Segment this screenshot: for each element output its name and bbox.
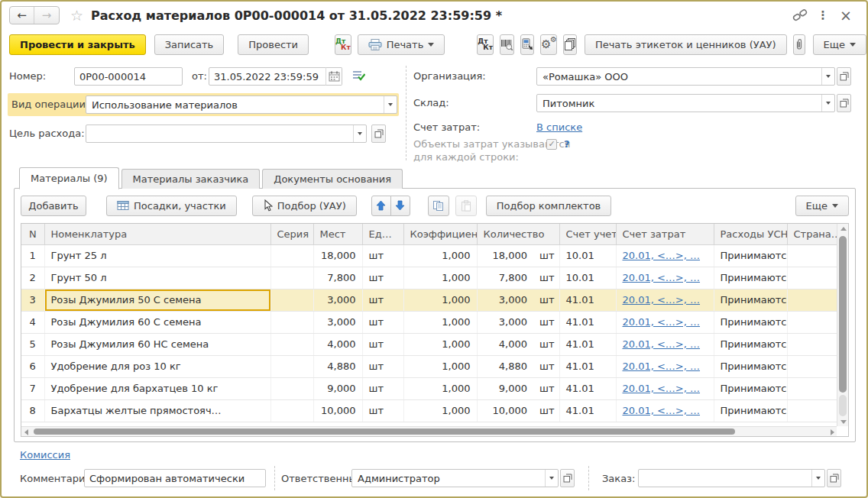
cell-usn[interactable]: Принимаются	[714, 267, 787, 289]
comment-input[interactable]	[84, 469, 266, 487]
column-header-account[interactable]: Счет учета	[559, 224, 616, 244]
warehouse-dropdown-button[interactable]	[821, 95, 834, 112]
cell-n[interactable]: 8	[21, 399, 44, 422]
cell-usn[interactable]: Принимаются	[714, 244, 787, 267]
organization-open-button[interactable]	[837, 67, 851, 86]
cell-cost_account[interactable]: 20.01, <…>, …	[616, 267, 714, 289]
pick-uau-button[interactable]: Подбор (УАУ)	[252, 196, 357, 216]
cost-account-cell-link[interactable]: 20.01, <…>, …	[623, 272, 701, 283]
cell-coef[interactable]: 1,000	[403, 244, 477, 267]
vertical-scroll-thumb[interactable]	[839, 236, 847, 393]
cell-name[interactable]: Розы Джумилия 60 НС семена	[44, 333, 270, 355]
cell-qty_unit[interactable]: шт	[533, 377, 559, 399]
cell-qty[interactable]: 3,000	[477, 311, 533, 333]
cell-name[interactable]: Розы Джумилия 60 С семена	[44, 311, 270, 333]
print-labels-button[interactable]: Печать этикеток и ценников (УАУ)	[585, 34, 787, 55]
cell-n[interactable]: 1	[21, 244, 44, 267]
pick-kits-button[interactable]: Подбор комплектов	[486, 196, 612, 216]
cell-name[interactable]: Розы Джумилия 50 С семена	[44, 289, 270, 311]
copy-rows-button[interactable]	[428, 196, 449, 216]
cell-series[interactable]	[270, 267, 313, 289]
cell-account[interactable]: 41.01	[559, 355, 616, 377]
cell-country[interactable]	[787, 289, 840, 311]
paste-rows-button[interactable]	[455, 196, 477, 216]
cell-cost_account[interactable]: 20.01, <…>, …	[616, 244, 714, 267]
footer-splitter-2[interactable]	[588, 466, 589, 490]
cell-qty[interactable]: 3,000	[477, 289, 533, 311]
cell-unit[interactable]: шт	[362, 399, 403, 422]
cell-unit[interactable]: шт	[362, 377, 403, 399]
cost-objects-help-link[interactable]: ?	[564, 138, 570, 150]
horizontal-scrollbar[interactable]	[21, 426, 837, 436]
cell-account[interactable]: 41.01	[559, 399, 616, 422]
cell-series[interactable]	[270, 399, 313, 422]
cell-unit[interactable]: шт	[362, 311, 403, 333]
cell-account[interactable]: 41.01	[559, 377, 616, 399]
scroll-right-icon[interactable]	[831, 429, 834, 435]
warehouse-combo[interactable]: Питомник	[536, 94, 835, 112]
cell-cost_account[interactable]: 20.01, <…>, …	[616, 399, 714, 422]
move-down-button[interactable]	[390, 196, 410, 216]
cell-n[interactable]: 3	[21, 289, 44, 311]
purpose-dropdown-button[interactable]	[353, 125, 366, 142]
cell-qty_unit[interactable]: шт	[533, 399, 559, 422]
settings-button[interactable]: ⚙⚙	[540, 34, 557, 55]
footer-splitter-1[interactable]	[274, 466, 275, 490]
cell-unit[interactable]: шт	[362, 267, 403, 289]
cell-cost_account[interactable]: 20.01, <…>, …	[616, 377, 714, 399]
cell-qty_unit[interactable]: шт	[533, 333, 559, 355]
cell-coef[interactable]: 1,000	[403, 267, 477, 289]
cell-coef[interactable]: 1,000	[403, 355, 477, 377]
column-header-name[interactable]: Номенклатура	[44, 224, 270, 244]
cell-unit[interactable]: шт	[362, 244, 403, 267]
forward-button[interactable]: →	[34, 7, 59, 24]
move-up-button[interactable]	[371, 196, 391, 216]
cell-series[interactable]	[270, 289, 313, 311]
save-button[interactable]: Записать	[154, 34, 225, 55]
column-header-unit[interactable]: Ед…	[362, 224, 403, 244]
column-header-country[interactable]: Страна…	[787, 224, 840, 244]
tab-1[interactable]: Материалы заказчика	[121, 169, 261, 189]
cell-coef[interactable]: 1,000	[403, 399, 477, 422]
cell-qty[interactable]: 18,000	[477, 244, 533, 267]
barcode-scan-button[interactable]	[500, 34, 514, 55]
tab-2[interactable]: Документы основания	[262, 169, 403, 189]
post-button[interactable]: Провести	[238, 34, 309, 55]
column-header-usn[interactable]: Расходы УСН	[714, 224, 787, 244]
cell-account[interactable]: 41.01	[559, 311, 616, 333]
more-button[interactable]: Еще	[813, 34, 866, 55]
cell-n[interactable]: 6	[21, 355, 44, 377]
cell-series[interactable]	[270, 355, 313, 377]
get-link-button[interactable]	[789, 6, 811, 24]
cell-places[interactable]: 10,000	[313, 399, 362, 422]
cell-usn[interactable]: Принимаются	[714, 289, 787, 311]
cell-coef[interactable]: 1,000	[403, 311, 477, 333]
cell-places[interactable]: 4,000	[313, 333, 362, 355]
cost-account-cell-link[interactable]: 20.01, <…>, …	[623, 316, 701, 328]
cell-country[interactable]	[787, 311, 840, 333]
order-open-button[interactable]	[827, 469, 841, 487]
form-splitter[interactable]	[406, 66, 406, 160]
purpose-open-button[interactable]	[371, 124, 386, 143]
column-header-places[interactable]: Мест	[313, 224, 362, 244]
cell-coef[interactable]: 1,000	[403, 333, 477, 355]
column-header-series[interactable]: Серия	[270, 224, 313, 244]
responsible-open-button[interactable]	[560, 469, 575, 487]
column-header-cost_account[interactable]: Счет затрат	[616, 224, 714, 244]
cell-qty[interactable]: 9,000	[477, 377, 533, 399]
cell-series[interactable]	[270, 311, 313, 333]
scroll-left-icon[interactable]	[24, 429, 28, 435]
cell-country[interactable]	[787, 399, 840, 422]
cost-account-link[interactable]: В списке	[536, 121, 582, 133]
cell-country[interactable]	[787, 333, 840, 355]
scroll-down-icon[interactable]	[840, 420, 847, 424]
cell-qty_unit[interactable]: шт	[533, 244, 559, 267]
cell-usn[interactable]: Принимаются	[714, 377, 787, 399]
cell-coef[interactable]: 1,000	[403, 377, 477, 399]
cell-places[interactable]: 4,880	[313, 355, 362, 377]
cell-cost_account[interactable]: 20.01, <…>, …	[616, 333, 714, 355]
cell-unit[interactable]: шт	[362, 333, 403, 355]
cell-account[interactable]: 10.01	[559, 244, 616, 267]
number-input[interactable]	[74, 67, 183, 86]
cell-unit[interactable]: шт	[362, 289, 403, 311]
